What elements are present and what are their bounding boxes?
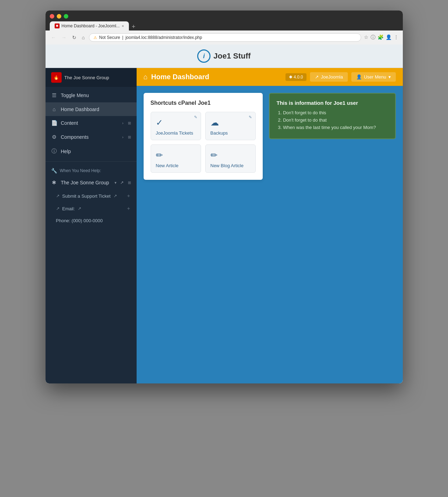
shortcut-card-tickets[interactable]: ✎ ✓ JoeJoomla Tickets — [151, 112, 201, 140]
phone-label: Phone: (000) 000-0000 — [56, 218, 103, 223]
back-button[interactable]: ← — [50, 34, 57, 41]
jsg-external-icon: ↗ — [120, 180, 124, 185]
content-icon: 📄 — [51, 120, 57, 126]
dashboard-content: Shortcuts cPanel Joe1 ✎ ✓ JoeJoomla Tick… — [137, 86, 403, 187]
tab-title: Home Dashboard - JoeJooml... — [62, 23, 120, 28]
forward-button[interactable]: → — [60, 34, 68, 41]
sidebar-logo: 🔥 The Joe Sonne Group — [46, 68, 137, 87]
backups-label: Backups — [211, 130, 228, 136]
tab-bar: ✱ Home Dashboard - JoeJooml... × + — [50, 21, 399, 30]
user-icon: 👤 — [356, 74, 362, 80]
jsg-icon: ✱ — [51, 179, 57, 186]
components-icon: ⚙ — [51, 134, 57, 140]
version-badge: ✱ 4.0.0 — [285, 73, 306, 81]
shortcut-edit-icon-0: ✎ — [194, 115, 197, 120]
shortcut-card-backups[interactable]: ✎ ☁ Backups — [205, 112, 256, 140]
home-dashboard-icon: ⌂ — [51, 106, 57, 112]
app-layout: i Joe1 Stuff 🔥 The Joe Sonne Group ☰ Tog… — [46, 45, 403, 383]
sidebar-item-email[interactable]: ↗ Email: ↗ ＋ — [49, 202, 137, 215]
profile-icon[interactable]: 👤 — [386, 34, 392, 41]
content-grid-icon: ⊞ — [128, 121, 131, 125]
components-grid-icon: ⊞ — [128, 135, 131, 139]
new-blog-article-icon: ✏ — [211, 150, 218, 160]
info-item-3: 3. When was the last time you called you… — [277, 125, 388, 130]
info-panel-list: 1. Don't forget to do this2. Don't forge… — [277, 110, 388, 130]
toggle-menu-label: Toggle Menu — [61, 93, 89, 98]
bookmark-icon[interactable]: ☆ — [364, 34, 368, 41]
email-label: Email: — [62, 206, 75, 211]
menu-icon[interactable]: ⋮ — [394, 34, 399, 41]
content-label: Content — [61, 120, 78, 126]
joejoomla-ext-icon: ↗ — [315, 74, 319, 80]
backups-icon: ☁ — [211, 118, 219, 128]
traffic-lights — [50, 14, 399, 19]
browser-chrome: ✱ Home Dashboard - JoeJooml... × + — [46, 11, 403, 30]
sidebar-item-phone: Phone: (000) 000-0000 — [49, 215, 137, 226]
address-url: joomla4.loc:8888/administrator/index.php — [125, 35, 202, 40]
shortcut-card-new-article[interactable]: ✏ New Article — [151, 144, 201, 173]
help-icon: ⓘ — [51, 148, 57, 155]
main-content: ⌂ Home Dashboard ✱ 4.0.0 ↗ JoeJoomla 👤 U… — [137, 68, 403, 383]
new-tab-button[interactable]: + — [129, 23, 138, 30]
browser-window: ✱ Home Dashboard - JoeJooml... × + ← → ↻… — [46, 11, 403, 383]
info-panel: This is information for Joe1 user 1. Don… — [269, 93, 396, 139]
topbar-title-container: ⌂ Home Dashboard — [144, 73, 209, 81]
tickets-label: JoeJoomla Tickets — [156, 130, 193, 136]
address-warning-text: Not Secure — [99, 35, 120, 40]
jsg-grid-icon: ⊞ — [128, 181, 131, 185]
sidebar-divider — [46, 161, 137, 162]
sidebar-logo-icon: 🔥 — [51, 72, 62, 83]
maximize-button[interactable] — [64, 14, 68, 19]
security-warning-icon: ⚠ — [94, 35, 97, 40]
info-item-2: 2. Don't forget to do that — [277, 117, 388, 123]
shortcuts-panel: Shortcuts cPanel Joe1 ✎ ✓ JoeJoomla Tick… — [144, 93, 263, 180]
sidebar-item-help[interactable]: ⓘ Help — [46, 144, 137, 158]
shortcut-card-new-blog-article[interactable]: ✏ New Blog Article — [205, 144, 256, 173]
jsg-arrow-icon: ▾ — [115, 181, 117, 185]
browser-nav-bar: ← → ↻ ⌂ ⚠ Not Secure | joomla4.loc:8888/… — [46, 30, 403, 45]
sidebar-submenu: ↗ Submit a Support Ticket ↗ ＋ ↗ Email: ↗… — [46, 190, 137, 226]
browser-nav-icons: ☆ ⓘ 🧩 👤 ⋮ — [364, 34, 399, 41]
home-dashboard-label: Home Dashboard — [61, 107, 99, 112]
sidebar-item-components[interactable]: ⚙ Components › ⊞ — [46, 130, 137, 144]
new-blog-article-label: New Blog Article — [211, 163, 244, 168]
app-body: 🔥 The Joe Sonne Group ☰ Toggle Menu ⌂ Ho… — [46, 68, 403, 383]
tab-close-button[interactable]: × — [122, 24, 124, 28]
sidebar-item-submit-ticket[interactable]: ↗ Submit a Support Ticket ↗ ＋ — [49, 190, 137, 202]
shortcuts-grid: ✎ ✓ JoeJoomla Tickets ✎ ☁ Backups ✏ — [151, 112, 256, 173]
active-tab[interactable]: ✱ Home Dashboard - JoeJooml... × — [50, 21, 129, 30]
content-arrow-icon: › — [122, 121, 124, 125]
tickets-icon: ✓ — [156, 118, 163, 128]
help-label: Help — [61, 149, 71, 154]
sidebar-item-home-dashboard[interactable]: ⌂ Home Dashboard — [46, 102, 137, 116]
brand-name: Joe1 Stuff — [213, 52, 250, 61]
sidebar-item-content[interactable]: 📄 Content › ⊞ — [46, 116, 137, 130]
jsg-label: The Joe Sonne Group — [61, 180, 109, 185]
email-plus-icon: ＋ — [126, 205, 131, 212]
home-button[interactable]: ⌂ — [81, 34, 86, 41]
sidebar-nav: ☰ Toggle Menu ⌂ Home Dashboard 📄 Content… — [46, 87, 137, 226]
info-item-1: 1. Don't forget to do this — [277, 110, 388, 115]
email-ext-icon: ↗ — [78, 206, 81, 211]
topbar: ⌂ Home Dashboard ✱ 4.0.0 ↗ JoeJoomla 👤 U… — [137, 68, 403, 86]
email-icon: ↗ — [56, 206, 60, 211]
user-menu-button[interactable]: 👤 User Menu ▾ — [351, 72, 396, 82]
close-button[interactable] — [50, 14, 54, 19]
submit-ticket-icon: ↗ — [56, 193, 60, 198]
support-icon: 🔧 — [51, 168, 57, 173]
reload-button[interactable]: ↻ — [71, 34, 78, 41]
app-header: i Joe1 Stuff — [46, 45, 403, 68]
sidebar-item-toggle-menu[interactable]: ☰ Toggle Menu — [46, 88, 137, 102]
new-article-label: New Article — [156, 163, 179, 168]
sidebar-item-joe-sonne-group[interactable]: ✱ The Joe Sonne Group ▾ ↗ ⊞ — [46, 176, 137, 190]
extensions-icon[interactable]: 🧩 — [378, 34, 384, 41]
minimize-button[interactable] — [57, 14, 61, 19]
joejoomla-button[interactable]: ↗ JoeJoomla — [310, 72, 348, 82]
shortcuts-panel-title: Shortcuts cPanel Joe1 — [151, 100, 256, 106]
components-arrow-icon: › — [122, 135, 124, 139]
components-label: Components — [61, 134, 89, 140]
user-menu-chevron-icon: ▾ — [388, 74, 391, 80]
new-article-icon: ✏ — [156, 150, 163, 160]
info-icon[interactable]: ⓘ — [371, 34, 375, 41]
address-bar[interactable]: ⚠ Not Secure | joomla4.loc:8888/administ… — [89, 33, 361, 42]
